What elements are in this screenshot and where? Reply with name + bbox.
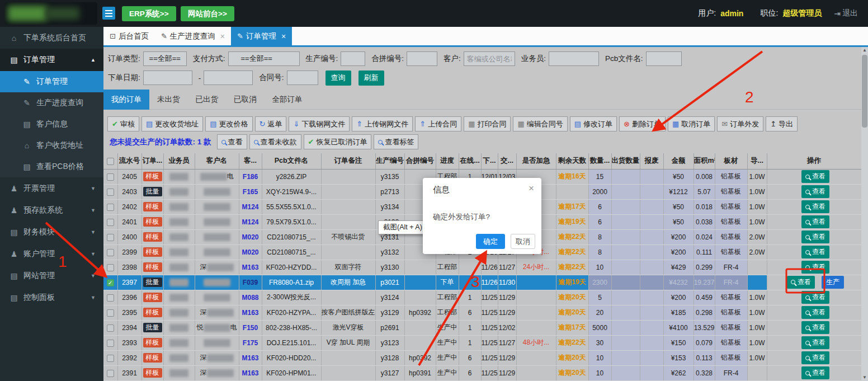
- erp-system-button[interactable]: ERP系统>>: [122, 6, 176, 21]
- order-tab-cancelled[interactable]: 已取消: [226, 90, 265, 110]
- tab-backend-home[interactable]: ⊡后台首页: [103, 27, 155, 45]
- order-type-select[interactable]: ==全部==: [143, 51, 187, 66]
- view-button[interactable]: 查看: [801, 351, 829, 364]
- sidebar-item-invoice-management[interactable]: ♟开票管理▼: [0, 177, 103, 199]
- toolbar-button-delete-order[interactable]: ⊗删除订单: [619, 116, 666, 131]
- sidebar-item-home[interactable]: ⌂下单系统后台首页: [0, 27, 103, 49]
- search-button[interactable]: 查询: [326, 70, 351, 86]
- view-button[interactable]: 查看: [801, 185, 829, 198]
- header-checkbox[interactable]: [107, 158, 114, 165]
- refresh-button[interactable]: 刷新: [358, 70, 384, 86]
- order-tab-all-orders[interactable]: 全部订单: [265, 90, 310, 110]
- col-header-type[interactable]: 订单...: [141, 153, 163, 169]
- row-checkbox[interactable]: [107, 173, 114, 181]
- col-header-urgent[interactable]: 是否加急: [516, 153, 556, 169]
- salesperson-input[interactable]: [549, 51, 599, 66]
- view-button[interactable]: 查看: [801, 291, 829, 304]
- col-header-odate[interactable]: 下...: [481, 153, 498, 169]
- view-button[interactable]: 查看: [801, 321, 829, 334]
- pcb-filename-input[interactable]: [646, 51, 682, 66]
- row-checkbox[interactable]: [107, 249, 114, 256]
- col-header-scrap[interactable]: 报废: [640, 153, 663, 169]
- sidebar-item-finance-module[interactable]: ▤财务模块▼: [0, 221, 103, 243]
- view-button[interactable]: 查看: [801, 231, 829, 243]
- col-header-remark[interactable]: 订单备注: [321, 153, 375, 169]
- col-header-merge[interactable]: 合拼编号: [404, 153, 436, 169]
- toolbar-button-edit-contract-no[interactable]: ▦编辑合同号: [513, 116, 567, 131]
- col-header-code[interactable]: 客...: [239, 153, 262, 169]
- col-header-material[interactable]: 板材: [715, 153, 747, 169]
- toolbar-button-export[interactable]: ↥导出: [766, 116, 798, 131]
- sidebar-item-production-progress[interactable]: ✎生产进度查询: [0, 92, 103, 114]
- sidebar-item-customer-info[interactable]: ▤客户信息: [0, 114, 103, 135]
- table-row[interactable]: 2393样板F175DOJ.E215.101...V穿 加UL 周期y3123生…: [103, 335, 861, 350]
- table-row[interactable]: 2398样板深M163KF020-HZYDD...双面字符y3130工程部11/…: [103, 260, 861, 275]
- sidebar-item-account-management[interactable]: ♟账户管理▼: [0, 243, 103, 265]
- merge-no-input[interactable]: [407, 51, 437, 66]
- toolbar-button-view-unpaid[interactable]: 查看未收款: [249, 134, 301, 149]
- row-checkbox[interactable]: [107, 204, 114, 211]
- dialog-confirm-button[interactable]: 确定: [476, 234, 505, 249]
- vertical-scrollbar[interactable]: ▲ ▼: [861, 47, 868, 381]
- row-checkbox[interactable]: [107, 309, 114, 317]
- toolbar-button-view[interactable]: 查看: [217, 134, 247, 149]
- col-header-op[interactable]: 操作: [767, 153, 861, 169]
- col-header-area[interactable]: 面积m²: [694, 153, 715, 169]
- dialog-close-icon[interactable]: ×: [529, 183, 534, 194]
- contract-no-input[interactable]: [287, 70, 318, 85]
- col-header-sn[interactable]: 流水号: [117, 153, 141, 169]
- order-tab-not-shipped[interactable]: 未出货: [149, 90, 188, 110]
- table-row[interactable]: 2391样板深M163KF020-HPM01...y3127hp0391生产中6…: [103, 365, 861, 380]
- row-checkbox[interactable]: [107, 219, 114, 226]
- sidebar-item-pcb-price[interactable]: ▤查看PCB价格: [0, 156, 103, 177]
- toolbar-button-view-labels[interactable]: 查看标签: [374, 134, 418, 149]
- view-button[interactable]: 查看: [801, 336, 829, 349]
- toolbar-button-change-address[interactable]: ▤更改收货地址: [141, 116, 203, 131]
- pay-method-select[interactable]: ==全部==: [228, 51, 300, 66]
- toolbar-button-upload-contract[interactable]: ⇑上传合同: [415, 116, 461, 131]
- row-checkbox[interactable]: [107, 294, 114, 302]
- toolbar-button-download-stencil[interactable]: ⇓下载钢网文件: [289, 116, 350, 131]
- table-row[interactable]: 2392样板深M163KF020-HDD20...y3128hp0392生产中6…: [103, 350, 861, 365]
- col-header-overdue[interactable]: 剩余天数: [556, 153, 588, 169]
- order-tab-my-orders[interactable]: 我的订单: [103, 90, 149, 110]
- table-row-selected[interactable]: ✓2397批量F039FR8080-A1.zip改周期 加急p3021下单11/…: [103, 275, 861, 290]
- sidebar-item-order-management-sub[interactable]: ✎订单管理: [0, 71, 103, 92]
- customer-input[interactable]: [464, 51, 515, 66]
- col-header-stage[interactable]: 进度: [436, 153, 459, 169]
- tab-order-management[interactable]: ✎订单管理×: [231, 27, 292, 45]
- row-checkbox[interactable]: [107, 324, 114, 332]
- view-button[interactable]: 查看: [787, 276, 815, 289]
- order-tab-shipped[interactable]: 已出货: [188, 90, 227, 110]
- produce-button[interactable]: 生产: [822, 276, 844, 289]
- toolbar-button-cancel-order[interactable]: ▦取消订单: [668, 116, 715, 131]
- close-icon[interactable]: ×: [281, 32, 286, 41]
- scrollbar-thumb[interactable]: [862, 55, 867, 128]
- tab-production-progress[interactable]: ✎生产进度查询×: [155, 27, 231, 45]
- order-date-from-input[interactable]: [143, 70, 192, 85]
- view-button[interactable]: 查看: [801, 200, 829, 213]
- scroll-down-icon[interactable]: ▼: [861, 374, 868, 381]
- sidebar-item-customer-address[interactable]: ⌂客户收货地址: [0, 135, 103, 156]
- sidebar-toggle-button[interactable]: [102, 7, 115, 20]
- row-checkbox[interactable]: [107, 264, 114, 271]
- toolbar-button-modify-order[interactable]: ▤修改订单: [570, 116, 617, 131]
- logout-button[interactable]: ⇥ 退出: [834, 8, 858, 18]
- row-checkbox[interactable]: [107, 189, 114, 196]
- col-header-sales[interactable]: 业务员: [163, 153, 195, 169]
- sidebar-item-order-management[interactable]: ▤订单管理▲: [0, 49, 103, 71]
- toolbar-button-restore-cancelled[interactable]: ✔恢复已取消订单: [304, 134, 372, 149]
- website-front-button[interactable]: 网站前台>>: [181, 6, 234, 21]
- row-checkbox[interactable]: ✓: [107, 279, 114, 286]
- col-header-ddate[interactable]: 交...: [498, 153, 516, 169]
- sidebar-item-control-panel[interactable]: ▤控制面板▼: [0, 286, 103, 308]
- view-button[interactable]: 查看: [801, 261, 829, 274]
- view-button[interactable]: 查看: [801, 306, 829, 319]
- table-row[interactable]: 2395样板深M163KF020-HZYPA...按客户图纸拼版左...y312…: [103, 305, 861, 320]
- col-header-pcb[interactable]: Pcb文件名: [262, 153, 321, 169]
- toolbar-button-upload-stencil[interactable]: ⇑上传钢网文件: [352, 116, 413, 131]
- col-header-amount[interactable]: 金额: [663, 153, 694, 169]
- col-header-prod[interactable]: 生产编号: [375, 153, 404, 169]
- view-button[interactable]: 查看: [801, 215, 829, 228]
- view-button[interactable]: 查看: [801, 246, 829, 258]
